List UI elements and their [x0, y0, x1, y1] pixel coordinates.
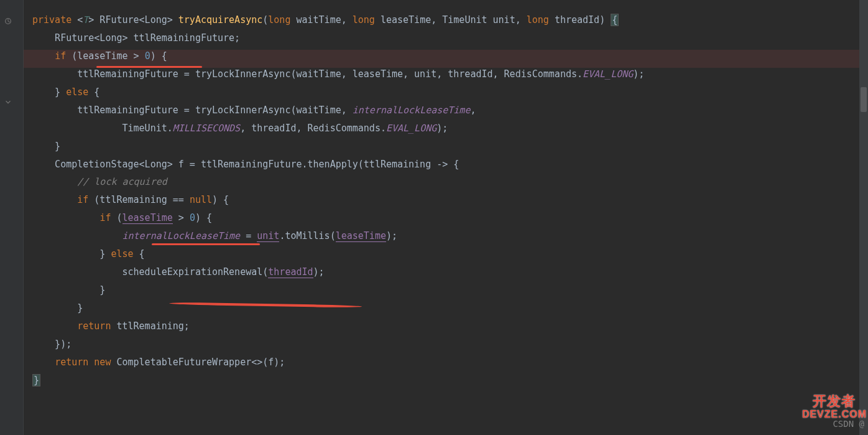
code-line[interactable]: } else {: [32, 83, 644, 101]
token-punct: [32, 212, 99, 223]
token-param: leaseTime, TimeUnit unit,: [375, 14, 527, 26]
token-punct: <: [72, 14, 83, 26]
token-punct: [32, 50, 55, 62]
token-underline-purple: threadId: [268, 266, 313, 278]
code-line[interactable]: if (leaseTime > 0) {: [32, 209, 644, 227]
token-punct: }: [32, 248, 111, 260]
token-punct: );: [436, 123, 448, 134]
token-punct: ) {: [212, 194, 229, 205]
token-punct: ttlRemaining;: [111, 320, 189, 332]
token-punct: >: [173, 212, 190, 223]
code-line[interactable]: CompletionStage<Long> f = ttlRemainingFu…: [32, 156, 644, 174]
token-punct: );: [313, 266, 325, 278]
token-punct: =: [240, 230, 257, 241]
token-punct: }: [32, 141, 60, 152]
token-punct: {: [88, 87, 99, 98]
token-punct: [32, 194, 77, 205]
fold-marker-icon[interactable]: [4, 95, 12, 103]
token-punct: CompletionStage<Long> f = ttlRemainingFu…: [32, 159, 459, 170]
token-underline-purple: leaseTime: [122, 212, 173, 224]
token-punct: RFuture<Long> ttlRemainingFuture;: [32, 32, 240, 44]
token-punct: , threadId, RedisCommands.: [240, 123, 386, 134]
token-generic: T: [83, 14, 88, 26]
code-line[interactable]: }: [32, 138, 644, 156]
token-field: internalLockLeaseTime: [353, 105, 471, 116]
logo-watermark-top: 开发者: [813, 393, 856, 409]
token-underline-purple: leaseTime: [336, 230, 386, 242]
token-punct: [32, 357, 55, 368]
token-kw: else: [66, 87, 88, 98]
token-punct: }: [32, 284, 105, 296]
token-punct: CompletableFutureWrapper<>(f);: [111, 357, 285, 368]
token-param: waitTime,: [290, 14, 352, 26]
token-punct: (leaseTime >: [66, 50, 144, 62]
token-brace-hl: {: [611, 14, 619, 26]
scrollbar-thumb[interactable]: [861, 87, 867, 112]
token-kw: return: [77, 320, 111, 332]
token-punct: ,: [470, 105, 476, 116]
code-line[interactable]: return ttlRemaining;: [32, 317, 644, 335]
code-line[interactable]: scheduleExpirationRenewal(threadId);: [32, 263, 644, 281]
token-punct: ) {: [150, 50, 167, 62]
token-num: 0: [190, 212, 195, 223]
token-kw: if: [55, 50, 66, 62]
token-kw: else: [111, 248, 133, 260]
code-line[interactable]: }: [32, 372, 644, 390]
token-punct: > RFuture<Long>: [88, 14, 178, 26]
csdn-watermark: CSDN @: [833, 416, 864, 433]
token-const: EVAL_LONG: [386, 123, 436, 134]
token-punct: }: [32, 302, 83, 314]
token-brace-hl: }: [32, 374, 40, 386]
token-punct: (: [111, 212, 122, 223]
token-punct: ttlRemainingFuture = tryLockInnerAsync(w…: [32, 68, 583, 80]
token-const: MILLISECONDS: [173, 123, 240, 134]
token-punct: .toMillis(: [279, 230, 335, 241]
token-paramtype: long: [527, 14, 549, 26]
code-line[interactable]: ttlRemainingFuture = tryLockInnerAsync(w…: [32, 65, 644, 83]
token-punct: );: [633, 68, 644, 80]
code-line[interactable]: }: [32, 299, 644, 317]
code-line[interactable]: TimeUnit.MILLISECONDS, threadId, RedisCo…: [32, 119, 644, 138]
token-punct: [32, 320, 77, 332]
token-punct: );: [386, 230, 397, 241]
code-line[interactable]: if (ttlRemaining == null) {: [32, 191, 644, 209]
token-underline-purple: unit: [257, 230, 279, 242]
code-line[interactable]: RFuture<Long> ttlRemainingFuture;: [32, 29, 644, 47]
token-punct: (ttlRemaining ==: [88, 194, 190, 205]
token-punct: ttlRemainingFuture = tryLockInnerAsync(w…: [32, 105, 353, 116]
code-line[interactable]: if (leaseTime > 0) {: [32, 47, 644, 65]
token-paramtype: long: [353, 14, 375, 26]
code-line[interactable]: return new CompletableFutureWrapper<>(f)…: [32, 353, 644, 372]
token-punct: TimeUnit.: [32, 123, 173, 134]
code-line[interactable]: }: [32, 281, 644, 299]
code-line[interactable]: internalLockLeaseTime = unit.toMillis(le…: [32, 227, 644, 245]
token-punct: }: [32, 87, 66, 98]
token-kw: if: [99, 212, 111, 223]
token-kw: if: [77, 194, 88, 205]
code-line[interactable]: private <T> RFuture<Long> tryAcquireAsyn…: [32, 11, 644, 29]
code-line[interactable]: ttlRemainingFuture = tryLockInnerAsync(w…: [32, 101, 644, 119]
token-punct: {: [134, 248, 145, 260]
red-annotation-2: [152, 243, 260, 245]
token-const: EVAL_LONG: [583, 68, 633, 80]
override-marker-icon[interactable]: [4, 14, 12, 22]
editor-gutter[interactable]: [0, 0, 24, 435]
token-comment: // lock acquired: [77, 176, 167, 187]
token-num: 0: [145, 50, 150, 62]
token-paramtype: long: [268, 14, 290, 26]
token-field: internalLockLeaseTime: [122, 230, 241, 241]
token-kw: return new: [55, 357, 111, 368]
token-kw: private: [32, 14, 72, 26]
token-punct: ) {: [195, 212, 212, 223]
token-punct: [32, 176, 77, 187]
code-content-area[interactable]: private <T> RFuture<Long> tryAcquireAsyn…: [32, 11, 644, 390]
token-kw: null: [190, 194, 212, 205]
token-param: threadId): [549, 14, 611, 26]
code-line[interactable]: } else {: [32, 245, 644, 263]
token-punct: scheduleExpirationRenewal(: [32, 266, 268, 278]
code-line[interactable]: });: [32, 335, 644, 353]
vertical-scrollbar[interactable]: [859, 0, 868, 435]
code-line[interactable]: // lock acquired: [32, 173, 644, 191]
token-punct: [32, 230, 122, 241]
token-punct: });: [32, 339, 72, 350]
